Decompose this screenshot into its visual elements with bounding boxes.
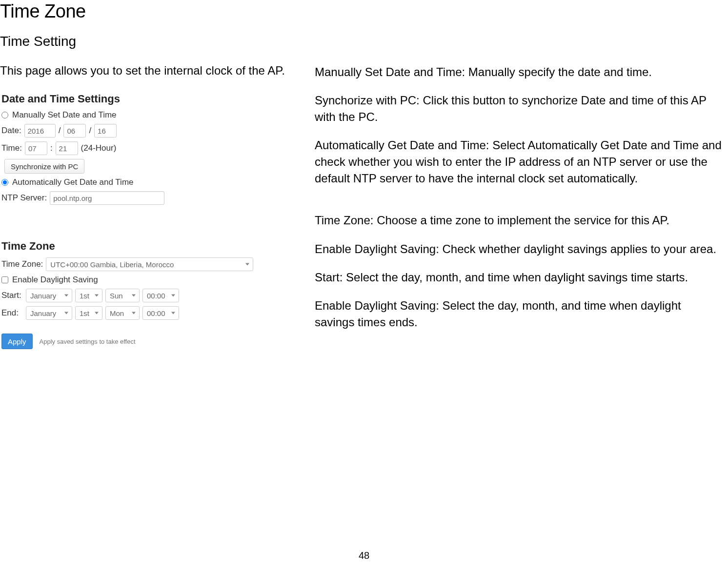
ntp-server-label: NTP Server: [1, 193, 47, 203]
page-number: 48 [359, 550, 369, 561]
dls-end-day-select[interactable]: Mon [105, 306, 140, 320]
desc-manual: Manually Set Date and Time: Manually spe… [315, 64, 723, 80]
time-format-note: (24-Hour) [81, 143, 117, 153]
dls-end-label: End: [1, 308, 23, 318]
desc-auto: Automatically Get Date and Time: Select … [315, 137, 723, 187]
desc-dls-enable: Enable Daylight Saving: Check whether da… [315, 241, 723, 257]
dls-end-month-select[interactable]: January [26, 306, 72, 320]
manual-set-radio[interactable] [1, 112, 8, 118]
desc-sync-pc: Synchorize with PC: Click this button to… [315, 92, 723, 125]
date-year-input[interactable] [24, 124, 56, 138]
time-min-input[interactable] [56, 141, 78, 155]
time-label: Time: [1, 143, 22, 153]
date-month-input[interactable] [63, 124, 86, 138]
time-zone-title: Time Zone [1, 240, 287, 253]
settings-panel: Date and Time Settings Manually Set Date… [0, 91, 288, 350]
dls-start-ord-select[interactable]: 1st [75, 289, 102, 302]
time-sep: : [50, 143, 53, 153]
section-subtitle: Time Setting [0, 34, 728, 49]
dls-start-month-select[interactable]: January [26, 289, 72, 302]
intro-paragraph: This page allows you to set the internal… [0, 64, 295, 78]
time-zone-select[interactable]: UTC+00:00 Gambia, Liberia, Morocco [46, 257, 253, 271]
date-label: Date: [1, 126, 21, 136]
dls-start-day-select[interactable]: Sun [105, 289, 140, 302]
synchronize-pc-button[interactable]: Synchronize with PC [4, 159, 84, 174]
date-sep-1: / [59, 126, 61, 136]
desc-dls-end: Enable Daylight Saving: Select the day, … [315, 297, 723, 331]
ntp-server-input[interactable] [50, 191, 164, 205]
desc-dls-start: Start: Select the day, month, and time w… [315, 269, 723, 286]
apply-note: Apply saved settings to take effect [40, 338, 136, 345]
time-zone-label: Time Zone: [1, 259, 43, 269]
dls-end-ord-select[interactable]: 1st [75, 306, 102, 320]
dls-start-label: Start: [1, 291, 23, 300]
date-sep-2: / [89, 126, 91, 136]
page-title: Time Zone [0, 0, 728, 22]
apply-button[interactable]: Apply [1, 334, 33, 349]
time-hour-input[interactable] [25, 141, 47, 155]
auto-get-label: Automatically Get Date and Time [12, 177, 134, 187]
daylight-saving-label: Enable Daylight Saving [12, 275, 98, 285]
manual-set-label: Manually Set Date and Time [12, 110, 117, 120]
desc-timezone: Time Zone: Choose a time zone to impleme… [315, 212, 723, 229]
auto-get-radio[interactable] [1, 179, 8, 186]
daylight-saving-checkbox[interactable] [1, 276, 8, 283]
dls-end-time-select[interactable]: 00:00 [142, 306, 179, 320]
date-day-input[interactable] [94, 124, 117, 138]
date-time-settings-title: Date and Time Settings [1, 93, 287, 105]
dls-start-time-select[interactable]: 00:00 [142, 289, 179, 302]
